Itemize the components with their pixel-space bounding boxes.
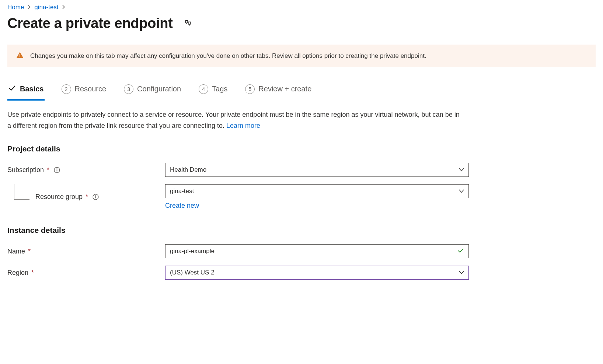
- svg-rect-2: [20, 54, 20, 56]
- svg-rect-1: [188, 22, 191, 24]
- tab-configuration[interactable]: 3 Configuration: [123, 84, 182, 101]
- project-details-heading: Project details: [7, 144, 596, 153]
- step-number-icon: 4: [199, 84, 208, 94]
- tab-label: Tags: [212, 85, 227, 93]
- name-input-wrapper: [165, 244, 469, 258]
- resource-group-field: Resource group * gina-test Create new: [7, 184, 596, 210]
- resource-group-select[interactable]: gina-test: [165, 184, 469, 198]
- tab-resource[interactable]: 2 Resource: [61, 84, 107, 101]
- warning-banner: Changes you make on this tab may affect …: [7, 45, 596, 67]
- warning-icon: [16, 51, 24, 60]
- breadcrumb: Home gina-test: [7, 2, 596, 11]
- svg-rect-0: [185, 20, 188, 22]
- chevron-right-icon: [28, 5, 31, 10]
- step-number-icon: 3: [124, 84, 133, 94]
- required-asterisk: *: [28, 248, 31, 255]
- resource-group-label: Resource group *: [7, 193, 165, 201]
- svg-rect-8: [95, 196, 96, 198]
- subscription-select[interactable]: Health Demo: [165, 163, 469, 177]
- chevron-down-icon: [459, 188, 464, 195]
- intro-text: Use private endpoints to privately conne…: [7, 109, 464, 131]
- pin-button[interactable]: [183, 19, 193, 28]
- tab-label: Resource: [75, 85, 107, 93]
- svg-rect-3: [20, 56, 20, 57]
- info-icon[interactable]: [54, 167, 60, 173]
- tab-review-create[interactable]: 5 Review + create: [244, 84, 312, 101]
- region-value: (US) West US 2: [170, 269, 215, 276]
- svg-rect-6: [57, 168, 57, 169]
- tab-basics[interactable]: Basics: [7, 84, 45, 101]
- breadcrumb-home[interactable]: Home: [7, 4, 24, 11]
- tree-elbow-icon: [14, 184, 29, 200]
- subscription-value: Health Demo: [170, 166, 206, 174]
- region-field: Region * (US) West US 2: [7, 266, 596, 280]
- wizard-tabs: Basics 2 Resource 3 Configuration 4 Tags…: [7, 84, 596, 101]
- subscription-field: Subscription * Health Demo: [7, 163, 596, 177]
- subscription-label: Subscription *: [7, 166, 165, 174]
- required-asterisk: *: [47, 166, 49, 174]
- chevron-right-icon: [62, 5, 65, 10]
- step-number-icon: 2: [62, 84, 71, 94]
- name-field: Name *: [7, 244, 596, 258]
- region-label: Region *: [7, 269, 165, 277]
- page-title-row: Create a private endpoint: [7, 15, 596, 31]
- tab-label: Basics: [20, 85, 44, 93]
- learn-more-link[interactable]: Learn more: [226, 122, 260, 129]
- required-asterisk: *: [31, 269, 34, 277]
- warning-text: Changes you make on this tab may affect …: [30, 52, 426, 60]
- instance-details-heading: Instance details: [7, 226, 596, 235]
- page-title: Create a private endpoint: [7, 15, 173, 31]
- svg-rect-5: [57, 169, 57, 171]
- tab-tags[interactable]: 4 Tags: [198, 84, 228, 101]
- region-select[interactable]: (US) West US 2: [165, 266, 469, 280]
- name-input[interactable]: [170, 248, 454, 255]
- step-number-icon: 5: [245, 84, 255, 94]
- info-icon[interactable]: [93, 194, 99, 200]
- resource-group-value: gina-test: [170, 188, 194, 195]
- required-asterisk: *: [86, 193, 88, 201]
- check-icon: [8, 84, 16, 94]
- chevron-down-icon: [459, 166, 464, 174]
- tab-label: Review + create: [258, 85, 311, 93]
- name-label: Name *: [7, 248, 165, 255]
- tab-label: Configuration: [137, 85, 181, 93]
- create-new-resource-group-link[interactable]: Create new: [165, 202, 199, 210]
- chevron-down-icon: [459, 269, 464, 276]
- breadcrumb-resource[interactable]: gina-test: [34, 4, 58, 11]
- pin-icon: [184, 20, 192, 28]
- checkmark-icon: [457, 248, 464, 255]
- svg-rect-9: [95, 196, 96, 196]
